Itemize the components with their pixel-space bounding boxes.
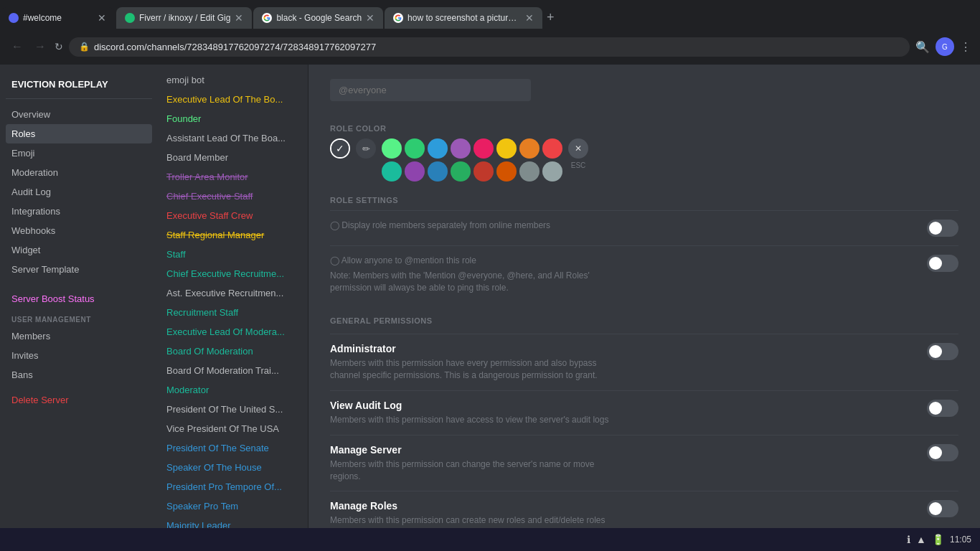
taskbar: ℹ ▲ 🔋 11:05 bbox=[0, 528, 980, 551]
view-audit-log-row: View Audit Log Members with this permiss… bbox=[330, 390, 958, 435]
selected-color-swatch[interactable]: ✓ bbox=[330, 138, 350, 159]
color-swatch-15[interactable] bbox=[519, 161, 540, 182]
forward-button[interactable]: → bbox=[32, 40, 49, 53]
role-color-label: ROLE COLOR bbox=[330, 124, 958, 133]
view-audit-log-toggle[interactable] bbox=[927, 400, 958, 417]
search-icon[interactable]: 🔍 bbox=[915, 40, 930, 54]
discord-favicon bbox=[9, 13, 19, 23]
list-item-board-mod[interactable]: Board Of Moderation bbox=[158, 342, 308, 361]
list-item-founder[interactable]: Founder bbox=[158, 109, 308, 128]
list-item-ast-recruit[interactable]: Ast. Executive Recruitmen... bbox=[158, 283, 308, 303]
lock-icon: 🔒 bbox=[79, 42, 90, 52]
administrator-toggle[interactable] bbox=[927, 343, 958, 360]
server-boost-status[interactable]: Server Boost Status bbox=[11, 291, 146, 307]
address-bar[interactable]: 🔒 discord.com/channels/72834891776209727… bbox=[69, 37, 910, 57]
tab-fiverr[interactable]: Fiverr / iknoxy / Edit Gig ✕ bbox=[116, 7, 252, 29]
list-item-exec-modera[interactable]: Executive Lead Of Modera... bbox=[158, 322, 308, 342]
roles-list: emoji bot Executive Lead Of The Bo... Fo… bbox=[158, 65, 308, 551]
color-swatch-11[interactable] bbox=[428, 161, 448, 182]
new-tab-button[interactable]: + bbox=[547, 10, 555, 25]
allow-mention-toggle[interactable] bbox=[927, 255, 958, 272]
list-item-staff-regional[interactable]: Staff Regional Manager bbox=[158, 225, 308, 245]
list-item-chief-recruit[interactable]: Chief Executive Recruitme... bbox=[158, 264, 308, 283]
color-swatch-2[interactable] bbox=[405, 138, 425, 159]
color-swatch-3[interactable] bbox=[428, 138, 448, 159]
color-swatch-14[interactable] bbox=[496, 161, 517, 182]
list-item-president-pro[interactable]: President Pro Tempore Of... bbox=[158, 477, 308, 496]
list-item-exec-staff-crew[interactable]: Executive Staff Crew bbox=[158, 206, 308, 225]
list-item-emoji-bot[interactable]: emoji bot bbox=[158, 70, 308, 90]
tab-discord-close[interactable]: ✕ bbox=[98, 12, 106, 24]
nav-item-emoji[interactable]: Emoji bbox=[6, 143, 152, 163]
list-item-moderator[interactable]: Moderator bbox=[158, 380, 308, 400]
role-settings-label: ROLE SETTINGS bbox=[330, 196, 958, 204]
tab-google-black-close[interactable]: ✕ bbox=[366, 12, 374, 24]
tab-fiverr-close[interactable]: ✕ bbox=[235, 12, 243, 24]
manage-server-row: Manage Server Members with this permissi… bbox=[330, 435, 958, 491]
tab-discord[interactable]: #welcome ✕ bbox=[0, 7, 115, 29]
list-item-chief-exec-staff[interactable]: Chief Executive Staff bbox=[158, 187, 308, 206]
list-item-board-member[interactable]: Board Member bbox=[158, 148, 308, 167]
pencil-color-tool[interactable]: ✏ bbox=[356, 138, 376, 159]
list-item-speaker-pro[interactable]: Speaker Pro Tem bbox=[158, 496, 308, 516]
google-favicon-1 bbox=[262, 13, 272, 23]
nav-item-roles[interactable]: Roles bbox=[6, 124, 152, 143]
list-item-president-us[interactable]: President Of The United S... bbox=[158, 400, 308, 419]
administrator-label: Administrator bbox=[330, 343, 617, 354]
list-item-president-senate[interactable]: President Of The Senate bbox=[158, 438, 308, 458]
color-swatch-6[interactable] bbox=[496, 138, 517, 159]
list-item-troller[interactable]: Troller Area Monitor bbox=[158, 167, 308, 187]
color-swatch-9[interactable] bbox=[382, 161, 402, 182]
color-swatch-13[interactable] bbox=[473, 161, 494, 182]
list-item-asst-lead[interactable]: Assistant Lead Of The Boa... bbox=[158, 128, 308, 148]
nav-item-bans[interactable]: Bans bbox=[6, 365, 152, 385]
nav-item-overview[interactable]: Overview bbox=[6, 105, 152, 124]
esc-button[interactable]: ✕ bbox=[568, 138, 588, 159]
list-item-recruit-staff[interactable]: Recruitment Staff bbox=[158, 303, 308, 322]
list-item-staff[interactable]: Staff bbox=[158, 245, 308, 264]
nav-item-integrations[interactable]: Integrations bbox=[6, 202, 152, 221]
view-audit-log-desc: Members with this permission have access… bbox=[330, 414, 608, 426]
profile-avatar[interactable]: G bbox=[936, 37, 954, 56]
wifi-icon: ▲ bbox=[916, 534, 926, 545]
tab-google-screenshot-close[interactable]: ✕ bbox=[525, 12, 534, 24]
administrator-row: Administrator Members with this permissi… bbox=[330, 334, 958, 390]
display-separately-toggle[interactable] bbox=[927, 220, 958, 237]
manage-roles-toggle[interactable] bbox=[927, 500, 958, 517]
list-item-vp[interactable]: Vice President Of The USA bbox=[158, 419, 308, 438]
user-management-label: USER MANAGEMENT bbox=[6, 310, 152, 326]
color-swatch-1[interactable] bbox=[382, 138, 402, 159]
manage-server-toggle[interactable] bbox=[927, 444, 958, 461]
color-swatch-10[interactable] bbox=[405, 161, 425, 182]
mention-everyone-input[interactable] bbox=[330, 79, 531, 101]
back-button[interactable]: ← bbox=[9, 40, 26, 53]
nav-item-widget[interactable]: Widget bbox=[6, 240, 152, 260]
esc-label: ESC bbox=[571, 161, 586, 169]
display-separately-row: ◯ Display role members separately from o… bbox=[330, 210, 958, 245]
menu-icon[interactable]: ⋮ bbox=[960, 40, 971, 54]
color-swatch-7[interactable] bbox=[519, 138, 540, 159]
nav-item-webhooks[interactable]: Webhooks bbox=[6, 221, 152, 240]
nav-item-moderation[interactable]: Moderation bbox=[6, 163, 152, 182]
nav-item-server-template[interactable]: Server Template bbox=[6, 260, 152, 279]
tab-google-screenshot[interactable]: how to screenshot a picture on... ✕ bbox=[385, 7, 542, 29]
taskbar-time: 11:05 bbox=[950, 534, 971, 545]
color-swatch-8[interactable] bbox=[542, 138, 562, 159]
list-item-exec-lead[interactable]: Executive Lead Of The Bo... bbox=[158, 90, 308, 109]
refresh-button[interactable]: ↻ bbox=[55, 41, 63, 52]
color-swatch-16[interactable] bbox=[542, 161, 562, 182]
list-item-speaker-house[interactable]: Speaker Of The House bbox=[158, 458, 308, 477]
tab-google-black[interactable]: black - Google Search ✕ bbox=[253, 7, 383, 29]
nav-item-members[interactable]: Members bbox=[6, 326, 152, 346]
administrator-info: Administrator Members with this permissi… bbox=[330, 343, 617, 382]
color-swatch-4[interactable] bbox=[451, 138, 471, 159]
list-item-board-mod-trai[interactable]: Board Of Moderation Trai... bbox=[158, 361, 308, 380]
nav-item-invites[interactable]: Invites bbox=[6, 346, 152, 365]
nav-item-audit-log[interactable]: Audit Log bbox=[6, 182, 152, 202]
main-content: ROLE COLOR ✓ ✏ bbox=[308, 65, 980, 551]
color-swatch-12[interactable] bbox=[451, 161, 471, 182]
nav-item-delete-server[interactable]: Delete Server bbox=[6, 390, 152, 410]
color-swatch-5[interactable] bbox=[473, 138, 494, 159]
manage-server-desc: Members with this permission can change … bbox=[330, 458, 617, 483]
role-color-section: ROLE COLOR ✓ ✏ bbox=[330, 124, 958, 182]
